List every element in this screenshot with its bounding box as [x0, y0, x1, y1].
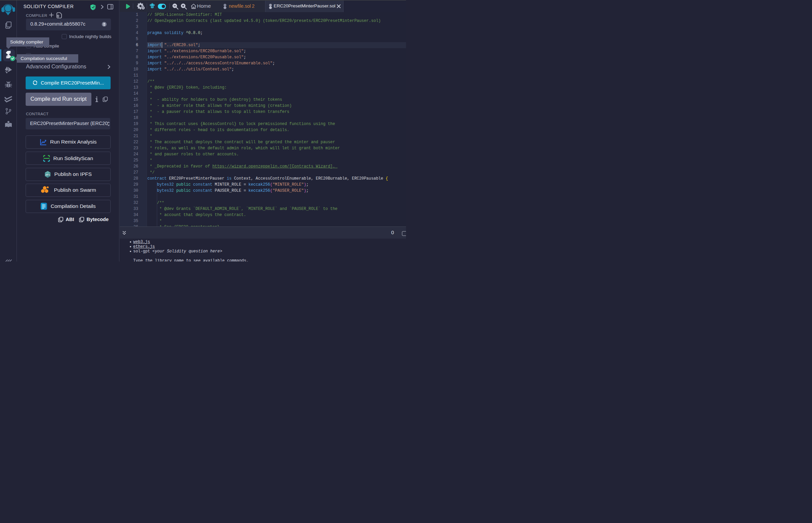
svg-text:IPFS: IPFS — [46, 174, 50, 176]
